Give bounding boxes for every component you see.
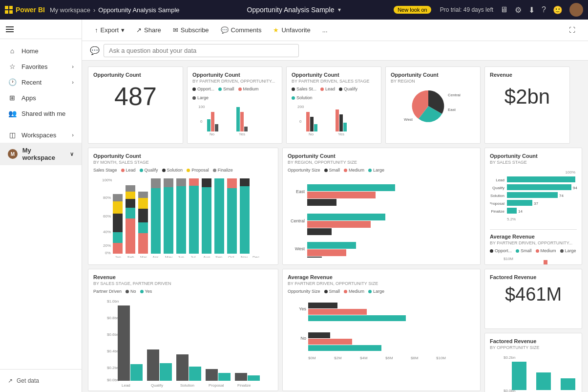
opp-sales-title: Opportunity Count	[292, 72, 376, 78]
get-data-label: Get data	[17, 377, 39, 384]
sidebar-item-recent[interactable]: 🕐 Recent ›	[0, 74, 82, 90]
svg-rect-139	[308, 315, 406, 321]
card-factored-rev-size: Factored Revenue BY OPPORTUNITY SIZE $0.…	[484, 333, 582, 392]
svg-text:Oct: Oct	[228, 255, 234, 258]
monitor-icon[interactable]: 🖥	[500, 5, 508, 14]
new-look-toggle[interactable]: New look on	[394, 6, 431, 14]
help-icon[interactable]: ?	[542, 5, 546, 14]
comments-label: Comments	[231, 26, 262, 34]
svg-rect-89	[507, 176, 575, 182]
svg-text:37: 37	[534, 201, 538, 206]
svg-text:$10M: $10M	[504, 257, 513, 261]
svg-text:$0.0bn: $0.0bn	[107, 378, 119, 382]
subscribe-button[interactable]: ✉ Subscribe	[168, 24, 214, 36]
avg-rev-chart: $10M $5M $0M No Yes	[490, 255, 580, 265]
sidebar-item-shared[interactable]: 👥 Shared with me	[0, 106, 82, 121]
get-data-button[interactable]: ↗ Get data	[8, 374, 74, 387]
grid-icon	[5, 6, 13, 14]
unfavorite-button[interactable]: ★ Unfavorite	[268, 24, 315, 36]
svg-text:$8M: $8M	[411, 356, 419, 360]
svg-rect-72	[307, 184, 395, 191]
card-opp-by-sales: Opportunity Count BY PARTNER DRIVEN, SAL…	[286, 66, 381, 144]
card-factored-revenue: Factored Revenue $461M	[484, 269, 582, 329]
svg-rect-126	[189, 367, 201, 381]
svg-text:$0M: $0M	[308, 356, 316, 360]
emoji-icon[interactable]: 🙂	[553, 5, 563, 15]
stacked-bar-month: 100% 80% 60% 40% 20% 0%	[93, 174, 274, 258]
opp-count-title: Opportunity Count	[93, 72, 178, 78]
svg-text:74: 74	[559, 194, 564, 198]
fullscreen-button[interactable]: ⛶	[564, 24, 580, 36]
more-button[interactable]: ...	[317, 24, 333, 36]
sidebar-item-home[interactable]: ⌂ Home	[0, 43, 82, 59]
svg-rect-141	[308, 332, 330, 338]
factored-rev-value: $461M	[490, 281, 577, 307]
sidebar-item-workspaces[interactable]: ◫ Workspaces ›	[0, 127, 82, 143]
main-content: ↑ Export ▾ ↗ Share ✉ Subscribe 💬 Comment…	[82, 20, 588, 392]
svg-text:West: West	[295, 246, 305, 251]
revenue-value: $2bn	[490, 79, 565, 112]
svg-text:Central: Central	[448, 93, 461, 97]
legend-large3: Large	[560, 248, 576, 253]
svg-text:May: May	[165, 255, 172, 258]
svg-rect-7	[244, 127, 248, 131]
workspace-link[interactable]: My workspace	[50, 6, 90, 14]
svg-rect-55	[227, 178, 237, 254]
hamburger-menu[interactable]	[6, 26, 14, 32]
sidebar-workspaces-label: Workspaces	[21, 131, 56, 139]
svg-text:$6M: $6M	[385, 356, 393, 360]
svg-rect-37	[126, 192, 135, 199]
card-opp-by-region: Opportunity Count BY REGION	[385, 66, 481, 144]
svg-text:$0.2bn: $0.2bn	[504, 355, 515, 360]
svg-text:Yes: Yes	[338, 132, 344, 136]
qa-input[interactable]	[104, 44, 299, 57]
svg-text:$10M: $10M	[436, 356, 446, 360]
share-button[interactable]: ↗ Share	[131, 24, 166, 36]
opp-sales-subtitle: BY PARTNER DRIVEN, SALES STAGE	[292, 79, 376, 84]
card-opportunity-count: Opportunity Count 487	[88, 66, 183, 144]
svg-text:0: 0	[200, 119, 203, 124]
export-button[interactable]: ↑ Export ▾	[90, 24, 129, 36]
rev-stage-title: Revenue	[93, 274, 273, 280]
svg-text:0%: 0%	[105, 251, 111, 255]
card-opp-region-size: Opportunity Count BY REGION, OPPORTUNITY…	[282, 148, 481, 265]
star-filled-icon: ★	[273, 26, 279, 34]
ss-bar-chart: 100% Lead Qualify 94 Solution 74	[490, 168, 580, 221]
legend-large4: Large	[368, 289, 384, 294]
svg-rect-110	[544, 260, 547, 265]
svg-text:94: 94	[573, 186, 577, 190]
sidebar-recent-label: Recent	[21, 79, 42, 86]
svg-rect-153	[536, 372, 551, 390]
svg-rect-15	[336, 109, 339, 131]
avatar[interactable]	[569, 3, 583, 17]
legend-small: Small	[218, 87, 234, 91]
sidebar-item-favorites[interactable]: ☆ Favorites ›	[0, 59, 82, 74]
svg-rect-97	[507, 200, 532, 206]
settings-icon[interactable]: ⚙	[515, 5, 522, 15]
legend-opport: Opport...	[192, 87, 214, 91]
svg-rect-154	[561, 378, 575, 390]
chevron-down-icon[interactable]: ▾	[338, 6, 341, 13]
sidebar-item-my-workspace[interactable]: M My workspace ∨	[0, 143, 82, 165]
svg-rect-50	[189, 178, 199, 254]
download-icon[interactable]: ⬇	[528, 5, 535, 15]
svg-rect-76	[307, 214, 385, 220]
svg-rect-40	[138, 222, 148, 233]
legend-small4: Small	[324, 289, 340, 294]
svg-rect-152	[512, 362, 526, 390]
sidebar-item-apps[interactable]: ⊞ Apps	[0, 90, 82, 106]
svg-text:Proposal: Proposal	[209, 383, 224, 388]
clock-icon: 🕐	[8, 78, 17, 86]
card-opp-sales-stage-bar: Opportunity Count BY SALES STAGE 100% Le…	[484, 148, 582, 265]
svg-text:14: 14	[518, 209, 523, 214]
legend-qualify2: Qualify	[140, 168, 158, 173]
legend-opp-size2: Opportunity Size	[288, 289, 320, 294]
dashboard-row2: Opportunity Count BY MONTH, SALES STAGE …	[88, 148, 582, 265]
legend-lead2: Lead	[121, 168, 136, 173]
svg-text:Finalize: Finalize	[491, 209, 504, 214]
comments-button[interactable]: 💬 Comments	[216, 24, 267, 36]
legend-sales: Sales St...	[292, 87, 316, 91]
svg-rect-137	[308, 303, 337, 308]
legend-sales-stage: Sales Stage	[93, 168, 117, 173]
svg-text:Solution: Solution	[490, 194, 504, 198]
